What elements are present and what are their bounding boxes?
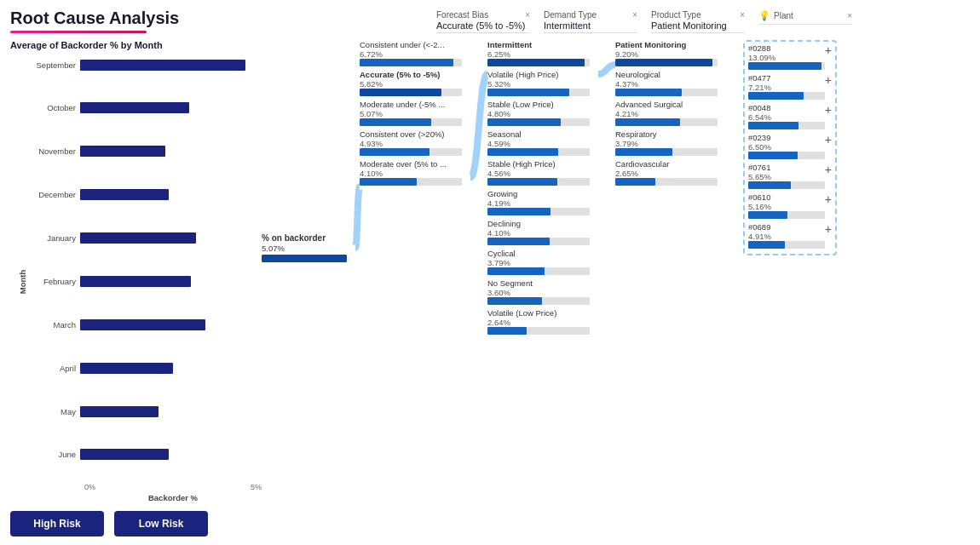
filter-close-demand-type[interactable]: × (632, 10, 637, 20)
bar-row: September (22, 57, 262, 72)
bar-track (80, 363, 262, 374)
sankey-item-label: #0689 (748, 222, 820, 232)
sankey-bar-fill (487, 297, 542, 305)
expand-icon[interactable]: + (825, 73, 832, 87)
sankey-bar-fill (487, 118, 561, 126)
bar-fill (80, 276, 191, 287)
title-section: Root Cause Analysis (10, 9, 266, 33)
sankey-item-value: 6.72% (360, 49, 470, 59)
list-item: Stable (Low Price)4.80% (487, 100, 598, 126)
filter-close-product-type[interactable]: × (740, 10, 745, 20)
sankey-bar-track (615, 89, 718, 96)
bar-track (80, 189, 262, 200)
list-item: #06894.91%+ (748, 222, 820, 249)
bar-label: April (22, 364, 80, 373)
list-item: Consistent over (>20%)4.93% (360, 129, 470, 156)
chart-section: Average of Backorder % by Month Month Se… (10, 37, 262, 506)
list-item: Patient Monitoring9.20% (615, 40, 726, 66)
list-item: Neurological4.37% (615, 70, 726, 96)
sankey-item-value: 4.80% (487, 109, 598, 118)
low-risk-button[interactable]: Low Risk (114, 511, 208, 536)
filter-close-plant[interactable]: × (847, 11, 852, 20)
filter-value-forecast-bias: Accurate (5% to -5%) (436, 20, 530, 31)
sankey-bar-track (748, 152, 825, 159)
sankey-item-label: Respiratory (615, 129, 726, 139)
bar-row: October (22, 100, 262, 116)
sankey-bar-fill (360, 178, 417, 186)
sankey-item-label: Consistent under (<-2... (360, 40, 470, 49)
sankey-bar-track (748, 122, 825, 129)
sankey-section: % on backorder 5.07% Consistent under (<… (262, 37, 970, 506)
sankey-item-value: 4.91% (748, 232, 820, 241)
list-item: #028813.09%+ (748, 43, 820, 70)
y-axis-label: Month (18, 269, 27, 294)
list-item: Cardiovascular2.65% (615, 159, 726, 186)
sankey-item-label: No Segment (487, 278, 598, 288)
expand-icon[interactable]: + (825, 222, 832, 236)
bar-row: February (22, 273, 262, 289)
filter-close-forecast-bias[interactable]: × (525, 10, 530, 20)
bar-track (80, 232, 262, 244)
sankey-item-value: 3.79% (615, 139, 726, 148)
bar-fill (80, 60, 245, 71)
sankey-bar-fill (615, 148, 672, 156)
bar-row: March (22, 317, 262, 332)
sankey-bar-fill (615, 118, 680, 126)
bar-fill (80, 232, 196, 244)
sankey-bar-track (487, 297, 590, 305)
bar-label: February (22, 277, 80, 286)
bar-label: September (22, 60, 80, 70)
sankey-bar-track (748, 92, 825, 100)
sankey-item-value: 4.10% (487, 228, 598, 238)
sankey-item-value: 6.25% (487, 49, 598, 59)
bar-track (80, 102, 262, 113)
sankey-col4: #028813.09%+#04777.21%+#00486.54%+#02396… (743, 40, 837, 255)
list-item: Moderate under (-5% ...5.07% (360, 100, 470, 126)
bar-fill (80, 319, 205, 330)
chart-title: Average of Backorder % by Month (10, 40, 262, 50)
sankey-item-label: #0761 (748, 163, 820, 172)
expand-icon[interactable]: + (825, 133, 832, 146)
list-item: #00486.54%+ (748, 103, 820, 129)
sankey-item-value: 6.50% (748, 142, 820, 152)
sankey-item-label: #0477 (748, 73, 820, 83)
list-item: #04777.21%+ (748, 73, 820, 100)
expand-icon[interactable]: + (825, 103, 832, 117)
bar-track (80, 146, 262, 157)
list-item: Advanced Surgical4.21% (615, 100, 726, 126)
sankey-item-label: Patient Monitoring (615, 40, 726, 49)
list-item: Intermittent6.25% (487, 40, 598, 66)
bar-label: May (22, 407, 80, 416)
sankey-item-label: Advanced Surgical (615, 100, 726, 109)
x-axis-tick-5: 5% (251, 483, 262, 491)
filter-demand-type: Demand Type × Intermittent (544, 10, 637, 33)
sankey-inner: % on backorder 5.07% Consistent under (<… (262, 37, 970, 506)
sankey-bar-track (487, 208, 590, 215)
sankey-col0-label: % on backorder (262, 233, 355, 243)
sankey-item-value: 4.21% (615, 109, 726, 118)
sankey-bar-fill (748, 92, 804, 100)
content-row: Average of Backorder % by Month Month Se… (10, 37, 970, 506)
list-item: #06105.16%+ (748, 192, 820, 219)
sankey-bar-fill (748, 241, 785, 249)
sankey-bar-fill (360, 148, 429, 156)
list-item: Respiratory3.79% (615, 129, 726, 156)
sankey-bar-fill (748, 62, 821, 70)
sankey-bar-track (615, 118, 718, 126)
list-item: #02396.50%+ (748, 133, 820, 159)
expand-icon[interactable]: + (825, 43, 832, 57)
sankey-item-value: 4.56% (487, 169, 598, 178)
bar-label: January (22, 233, 80, 243)
list-item: Moderate over (5% to ...4.10% (360, 159, 470, 186)
expand-icon[interactable]: + (825, 192, 832, 206)
high-risk-button[interactable]: High Risk (10, 511, 104, 536)
sankey-item-value: 9.20% (615, 49, 726, 59)
expand-icon[interactable]: + (825, 163, 832, 176)
sankey-col1: Consistent under (<-2...6.72%Accurate (5… (360, 40, 470, 189)
filter-value-product-type: Patient Monitoring (651, 20, 745, 31)
sankey-item-value: 5.65% (748, 172, 820, 181)
sankey-item-label: Moderate over (5% to ... (360, 159, 470, 169)
bar-track (80, 276, 262, 287)
bar-label: June (22, 450, 80, 459)
list-item: No Segment3.60% (487, 278, 598, 305)
